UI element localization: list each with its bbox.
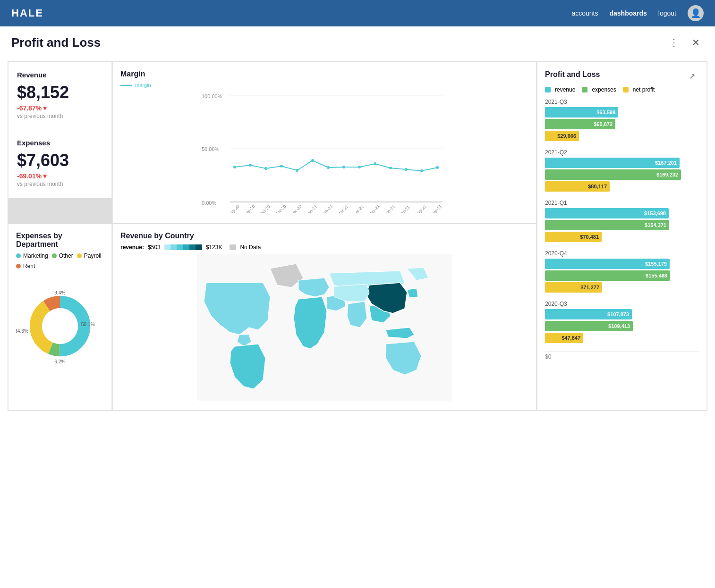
revenue-bar: $155,179 [545, 259, 670, 269]
map-gradient [164, 244, 202, 250]
donut-chart-wrap: 50.1% 6.2% 34.3% 9.4% [16, 279, 104, 373]
quarter-label: 2021-Q3 [545, 99, 699, 105]
marketing-dot [16, 253, 21, 258]
quarter-label: 2020-Q3 [545, 301, 699, 307]
quarter-label: 2021-Q1 [545, 200, 699, 206]
expenses-value: $7,603 [17, 151, 103, 170]
revenue-legend-dot [545, 87, 551, 92]
svg-text:100.00%: 100.00% [202, 93, 222, 99]
svg-point-18 [420, 169, 423, 172]
title-actions: ⋮ ✕ [665, 35, 704, 50]
dept-title: Expenses by Department [16, 232, 104, 249]
expenses-legend-dot [582, 87, 587, 92]
net-profit-bar-row: $70,481 [545, 232, 699, 242]
svg-point-16 [389, 167, 392, 169]
svg-text:50.00%: 50.00% [202, 146, 220, 152]
net-profit-bar: $80,117 [545, 181, 610, 192]
margin-legend: margin [120, 82, 528, 88]
revenue-bar-row: $167,201 [545, 158, 699, 168]
revenue-change: -67.87%▼ [17, 104, 103, 112]
no-data-swatch [230, 244, 236, 250]
dept-card: Expenses by Department Marketing Other P… [8, 224, 112, 411]
revenue-bar-row: $63,599 [545, 107, 699, 118]
logo: HALE [11, 7, 43, 19]
close-button[interactable]: ✕ [688, 35, 704, 50]
quarter-label: 2021-Q2 [545, 149, 699, 156]
svg-text:Nov-20: Nov-20 [274, 204, 287, 213]
rent-dot [16, 264, 21, 269]
legend-revenue: revenue [545, 86, 575, 93]
quarter-group: 2020-Q3$107,873$109,413$47,847 [545, 301, 699, 344]
net-profit-bar-row: $29,666 [545, 131, 699, 141]
payroll-dot [77, 253, 82, 258]
svg-point-8 [264, 167, 267, 170]
net-profit-bar: $29,666 [545, 131, 579, 141]
legend-expenses: expenses [582, 86, 616, 93]
net-profit-bar: $47,847 [545, 333, 583, 343]
svg-text:Sep-20: Sep-20 [243, 204, 256, 213]
margin-chart: 100.00% 50.00% 0.00% [120, 91, 528, 213]
svg-point-7 [249, 164, 252, 167]
revenue-bar: $63,599 [545, 107, 618, 118]
svg-point-9 [280, 165, 283, 168]
quarter-group: 2021-Q2$167,201$169,232$80,117 [545, 149, 699, 193]
svg-text:0.00%: 0.00% [202, 200, 216, 206]
svg-point-14 [358, 166, 361, 168]
revenue-vs: vs previous month [17, 113, 103, 119]
more-options-button[interactable]: ⋮ [665, 35, 682, 50]
bar-chart: 2021-Q3$63,599$60,872$29,6662021-Q2$167,… [545, 99, 699, 344]
title-bar: Profit and Loss ⋮ ✕ [0, 26, 715, 56]
expenses-bar-row: $155,468 [545, 270, 699, 281]
world-map [120, 254, 528, 401]
pnl-legend: revenue expenses net profit [545, 86, 699, 93]
avatar[interactable]: 👤 [688, 5, 704, 21]
other-dot [52, 253, 57, 258]
legend-net-profit: net profit [623, 86, 655, 93]
net-profit-bar: $71,277 [545, 282, 602, 293]
net-profit-bar-row: $47,847 [545, 333, 699, 343]
expenses-bar: $155,468 [545, 270, 670, 281]
svg-text:Apr-21: Apr-21 [352, 204, 365, 213]
expenses-bar: $169,232 [545, 169, 681, 180]
country-card: Revenue by Country revenue: $503 $123K N [112, 224, 536, 411]
svg-point-12 [327, 166, 330, 169]
svg-point-6 [233, 166, 236, 168]
quarter-group: 2021-Q3$63,599$60,872$29,666 [545, 99, 699, 143]
pnl-title-row: Profit and Loss ↗ [545, 70, 699, 83]
svg-text:Sep-21: Sep-21 [430, 204, 443, 213]
svg-text:May-21: May-21 [367, 204, 381, 213]
expenses-bar-row: $154,371 [545, 220, 699, 230]
svg-text:Dec-20: Dec-20 [289, 204, 303, 213]
legend-other: Other [52, 252, 73, 259]
nav-logout[interactable]: logout [658, 9, 676, 17]
expenses-bar: $60,872 [545, 119, 615, 129]
svg-text:Jan-21: Jan-21 [306, 204, 318, 213]
svg-point-15 [374, 162, 376, 165]
legend-marketing: Marketing [16, 252, 48, 259]
svg-point-10 [296, 169, 298, 172]
svg-text:9.4%: 9.4% [54, 290, 65, 295]
nav-accounts[interactable]: accounts [571, 9, 598, 17]
pnl-expand-button[interactable]: ↗ [685, 70, 699, 83]
expenses-change: -69.01%▼ [17, 172, 103, 180]
left-column: Revenue $8,152 -67.87%▼ vs previous mont… [8, 62, 112, 223]
margin-title: Margin [120, 70, 528, 78]
net-profit-bar-row: $71,277 [545, 282, 699, 293]
quarter-group: 2021-Q1$153,698$154,371$70,481 [545, 200, 699, 244]
svg-point-11 [311, 159, 314, 162]
dept-legend: Marketing Other Payroll Rent [16, 252, 104, 269]
svg-point-13 [342, 166, 345, 168]
svg-text:Feb-21: Feb-21 [321, 204, 333, 213]
nav-dashboards[interactable]: dashboards [609, 9, 647, 17]
net-profit-bar: $70,481 [545, 232, 602, 242]
svg-text:Oct-20: Oct-20 [259, 204, 271, 213]
svg-point-19 [436, 166, 439, 169]
revenue-bar: $167,201 [545, 158, 680, 168]
svg-text:50.1%: 50.1% [81, 322, 95, 327]
margin-card: Margin margin 100.00% 50.00% 0.00% [112, 62, 536, 223]
main-layout: Revenue $8,152 -67.87%▼ vs previous mont… [8, 61, 707, 411]
svg-text:Jun-21: Jun-21 [383, 204, 396, 213]
revenue-bar-row: $107,873 [545, 309, 699, 319]
expenses-label: Expenses [17, 139, 103, 147]
pnl-x-axis-label: $0 [545, 351, 699, 360]
